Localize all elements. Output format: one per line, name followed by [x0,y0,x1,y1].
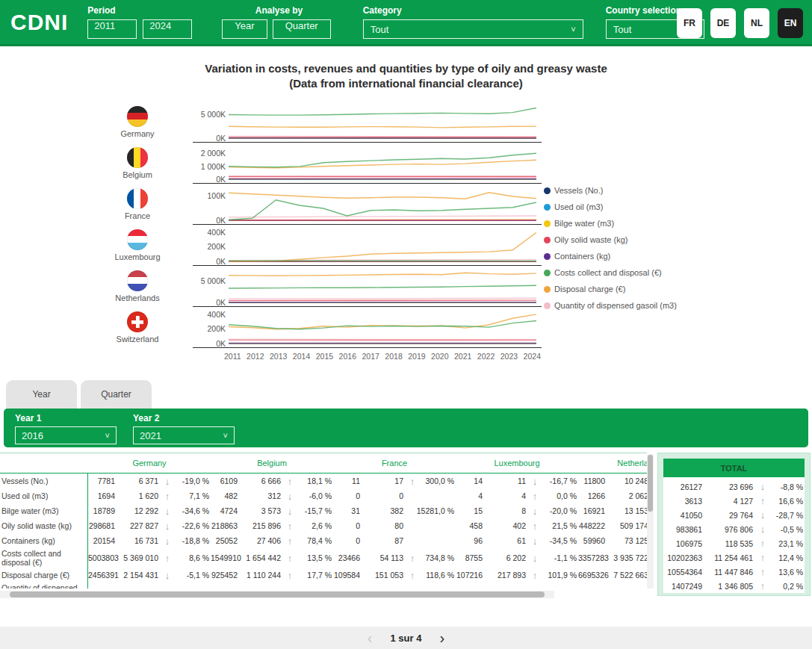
legend-label: Disposal charge (€) [554,285,625,294]
value-year2: 6 202 [486,553,529,562]
value-year2: 151 053 [363,571,406,580]
y-axis-tick: 0K [193,339,226,348]
value-year2: 227 827 [118,521,161,530]
value-year1: 883718 [578,588,608,589]
value-percent: 2,8 % [296,588,333,589]
total-panel: TOTAL 2612723 696↓-8,8 %36134 127↑16,6 %… [657,453,811,596]
row-label: Bilge water (m3) [0,503,88,518]
legend-dot-icon [544,286,551,293]
value-percent: 13,5 % [296,553,333,562]
previous-page-icon[interactable]: ‹ [368,630,373,645]
y-axis-tick: 0K [193,257,226,266]
plot-area: 400K200K0K [193,307,542,348]
legend-label: Bilge water (m3) [554,219,614,228]
analyse-by-quarter-button[interactable]: Quarter [273,19,331,39]
value-year1: 109584 [333,571,363,580]
year2-select[interactable]: 2021 ˅ [133,426,235,444]
country-name: Luxembourg [114,252,160,261]
horizontal-scrollbar-thumb[interactable] [10,591,545,597]
analyse-by-year-button[interactable]: Year [222,19,267,39]
legend-item-gasoil[interactable]: Quantity of dispensed gasoil (m3) [544,297,677,314]
trend-down-icon: ↓ [756,509,769,521]
language-button-fr[interactable]: FR [677,8,702,38]
value-year1: 14 [456,476,486,485]
plot-area: 400K200K0K [193,225,542,266]
legend-item-bilge[interactable]: Bilge water (m3) [544,215,677,232]
trend-up-icon: ↑ [284,553,296,564]
line-plot [229,266,536,307]
value-year2: 3 935 722 [608,553,647,562]
trend-up-icon: ↑ [406,570,418,581]
value-year1: 482 [211,491,241,500]
total-percent: 0,2 % [769,582,805,591]
value-percent: -1,1 % [541,553,578,562]
table-row: Vessels (No.)77816 371↓-19,0 %61096 666↑… [0,473,647,488]
period-to-input[interactable]: 2024 [143,19,192,39]
chart-panel-lu: Luxembourg400K200K0K [0,225,812,266]
language-button-nl[interactable]: NL [744,8,769,38]
next-page-icon[interactable]: › [439,630,444,645]
series-costs [229,321,536,329]
total-percent: -8,8 % [769,482,805,491]
trend-up-icon: ↑ [756,580,769,591]
tab-quarter[interactable]: Quarter [81,380,152,409]
language-button-de[interactable]: DE [710,8,736,38]
total-year2: 976 806 [705,525,756,534]
line-plot [229,102,536,143]
series-gasoil [229,216,536,217]
legend-item-disposal[interactable]: Disposal charge (€) [544,281,677,297]
total-year2: 23 696 [705,482,756,491]
chart-panel-nl: Netherlands5 000K0K [0,266,812,307]
legend-item-vessels[interactable]: Vessels (No.) [544,182,677,199]
plot-area: 2 000K1 000K0K [193,143,542,184]
row-label: Oily solid waste (kg) [0,518,88,533]
legend-dot-icon [544,253,551,260]
legend-item-oily[interactable]: Oily solid waste (kg) [544,232,677,248]
value-year2: 509 174 [608,521,647,530]
page-title: Variation in costs, revenues and quantit… [0,61,812,91]
de-flag-icon [127,106,148,127]
vertical-scrollbar-thumb[interactable] [648,455,653,512]
trend-down-icon: ↓ [529,553,541,564]
table-row: Oily solid waste (kg)298681227 827↓-22,6… [0,518,647,533]
value-year1: 6695326 [578,571,608,580]
row-label: Containers (kg) [0,533,88,548]
category-group: Category Tout ˅ [363,5,583,39]
value-year1: 0 [333,536,363,545]
trend-up-icon: ↑ [529,491,541,502]
value-year1: 7781 [88,476,118,485]
year1-select[interactable]: 2016 ˅ [15,426,117,444]
trend-up-icon: ↑ [756,566,769,577]
country-header-lu: Luxembourg [82,225,193,266]
trend-up-icon: ↑ [756,495,769,506]
trend-down-icon: ↓ [529,476,541,487]
horizontal-scrollbar[interactable] [0,591,554,598]
y-axis-tick: 0K [193,216,226,225]
value-year1: 18789 [88,506,118,515]
tab-year[interactable]: Year [6,380,77,409]
legend-label: Used oil (m3) [554,202,603,211]
country-name: France [125,211,150,220]
period-from-input[interactable]: 2011 [87,19,137,39]
value-year1: 1549910 [211,553,241,562]
legend-item-used_oil[interactable]: Used oil (m3) [544,199,677,215]
language-button-en[interactable]: EN [778,8,803,38]
legend-item-containers[interactable]: Containers (kg) [544,248,677,264]
value-percent: 101,9 % [541,571,578,580]
value-year2: 7 522 663 [608,571,647,580]
trend-up-icon: ↑ [161,491,173,502]
x-tick-2023: 2023 [500,352,518,361]
total-row: 4105029 764↓-28,7 % [663,508,803,522]
series-costs [229,108,536,116]
category-select[interactable]: Tout ˅ [363,19,583,39]
x-tick-2016: 2016 [339,352,356,361]
country-name: Switzerland [117,335,159,344]
y-axis-tick: 0K [193,175,226,184]
legend-item-costs[interactable]: Costs collect and disposal (€) [544,264,677,281]
value-year2: 985 818 [608,588,647,589]
x-tick-2011: 2011 [224,352,241,361]
country-name: Netherlands [115,294,159,302]
value-percent: 2,6 % [296,521,333,530]
vertical-scrollbar[interactable] [647,454,654,589]
value-percent: 17,7 % [296,571,333,580]
